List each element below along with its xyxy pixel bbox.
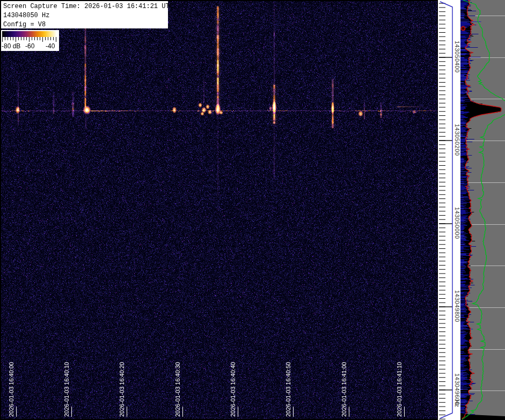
freq-axis-label: 143050200 [454, 124, 460, 156]
time-axis-label: 2026-01-03 16:40:20 [119, 362, 125, 417]
color-scale-legend: -80 dB-60-40 [1, 30, 59, 51]
freq-axis-label: 143050000 [454, 207, 460, 239]
time-axis-label: 2026-01-03 16:40:10 [63, 362, 70, 417]
freq-axis-label: 143049800 [454, 290, 460, 322]
time-axis-label: 2026-01-03 16:40:50 [285, 362, 291, 417]
color-scale-ticks [1, 37, 59, 42]
capture-time-text: Screen Capture Time: 2026-01-03 16:41:21… [3, 2, 166, 11]
spectrum-lab-screen: 1430504001430502001430500001430498001430… [0, 0, 505, 420]
time-axis-tick [349, 407, 349, 417]
color-scale-label: -40 [46, 42, 55, 50]
time-axis-label: 2026-01-03 16:40:00 [8, 362, 14, 417]
capture-info-box: Screen Capture Time: 2026-01-03 16:41:21… [1, 1, 168, 28]
time-axis-tick [404, 407, 405, 417]
time-axis-label: 2026-01-03 16:41:00 [341, 362, 347, 417]
center-frequency-text: 143048050 Hz [3, 11, 166, 20]
color-scale-label: -60 [25, 42, 34, 50]
freq-axis-label: 143050400 [454, 41, 460, 73]
freq-axis-unit-label: Hz [454, 400, 460, 407]
spectrum-graph-panel[interactable] [460, 0, 505, 420]
time-axis-tick [293, 407, 294, 417]
spectrogram-waterfall[interactable] [1, 1, 437, 419]
time-axis-tick [238, 407, 238, 417]
config-text: Config = V8 [3, 20, 166, 30]
color-scale-label: -80 dB [2, 42, 20, 50]
time-axis-tick [71, 407, 72, 417]
time-axis-tick [16, 407, 17, 417]
time-axis-tick [182, 407, 183, 417]
time-axis-label: 2026-01-03 16:40:40 [230, 362, 236, 417]
time-axis-label: 2026-01-03 16:40:30 [174, 362, 181, 417]
color-gradient-bar [2, 31, 57, 37]
time-axis-tick [127, 407, 127, 417]
time-axis-label: 2026-01-03 16:41:10 [396, 362, 402, 417]
